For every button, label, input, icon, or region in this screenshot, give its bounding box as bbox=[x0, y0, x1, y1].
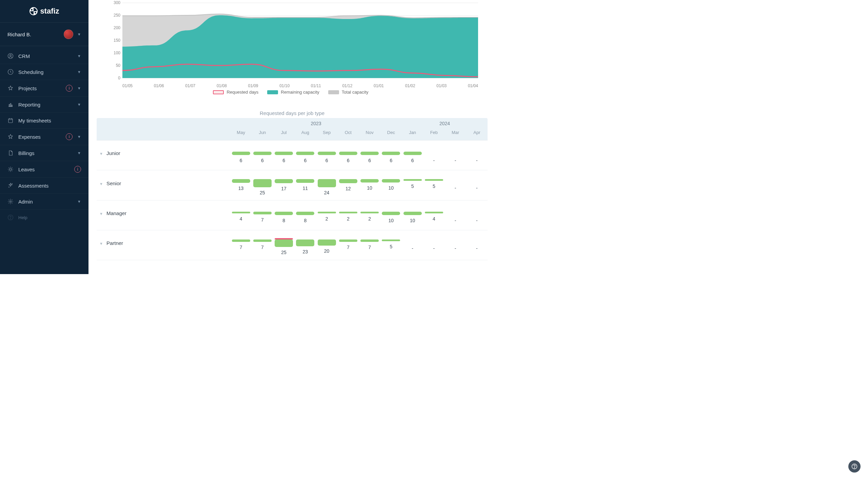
table-row: ▼Senior132517112412101055-- bbox=[97, 170, 488, 200]
year-header: 2023 bbox=[230, 121, 402, 126]
cell-value: 2 bbox=[326, 216, 328, 222]
data-cell: 10 bbox=[380, 179, 402, 195]
sidebar-item-admin[interactable]: Admin▼ bbox=[0, 194, 88, 210]
table-title: Requested days per job type bbox=[97, 110, 488, 116]
data-cell: 20 bbox=[316, 239, 337, 255]
svg-rect-9 bbox=[8, 119, 13, 123]
calendar-icon bbox=[7, 117, 14, 123]
cell-value: - bbox=[455, 158, 456, 163]
bar-icon bbox=[318, 152, 336, 155]
data-cell: - bbox=[445, 179, 466, 195]
table-row: ▼Junior666666666--- bbox=[97, 140, 488, 170]
y-tick-label: 0 bbox=[109, 76, 120, 80]
data-cell: 11 bbox=[295, 179, 316, 195]
x-tick-label: 01/10 bbox=[279, 83, 290, 88]
year-header: 2024 bbox=[402, 121, 488, 126]
bar-icon bbox=[360, 179, 379, 183]
table-header: 2023 2024 MayJunJulAugSepOctNovDecJanFeb… bbox=[97, 118, 488, 140]
cell-value: 5 bbox=[433, 184, 435, 189]
expand-toggle-icon[interactable]: ▼ bbox=[99, 240, 103, 246]
table-row: ▼Manager478822210104-- bbox=[97, 200, 488, 230]
row-name: Junior bbox=[106, 150, 120, 156]
data-cell: 6 bbox=[295, 152, 316, 163]
data-cell: - bbox=[423, 152, 445, 163]
sidebar-item-projects[interactable]: Projectsi▼ bbox=[0, 80, 88, 97]
sun-icon bbox=[7, 166, 14, 172]
sidebar-item-crm[interactable]: CRM▼ bbox=[0, 48, 88, 64]
svg-point-1 bbox=[31, 9, 33, 11]
x-tick-label: 01/05 bbox=[122, 83, 133, 88]
data-cell: 6 bbox=[316, 152, 337, 163]
data-cell: 6 bbox=[252, 152, 273, 163]
bar-icon bbox=[403, 212, 422, 215]
y-tick-label: 150 bbox=[109, 38, 120, 43]
swatch-requested-icon bbox=[213, 90, 224, 94]
expand-toggle-icon[interactable]: ▼ bbox=[99, 180, 103, 186]
data-cell: 4 bbox=[230, 212, 252, 223]
main-content: 050100150200250300 01/0501/0601/0701/080… bbox=[88, 0, 496, 274]
user-menu[interactable]: Richard B. ▼ bbox=[0, 23, 88, 46]
data-cell: 25 bbox=[273, 239, 295, 255]
cell-value: - bbox=[476, 185, 478, 191]
bar-icon bbox=[382, 239, 400, 241]
document-icon bbox=[7, 150, 14, 156]
month-header: Apr bbox=[466, 129, 488, 140]
sidebar-item-reporting[interactable]: Reporting▼ bbox=[0, 97, 88, 113]
bar-icon bbox=[296, 152, 314, 155]
data-cell: 10 bbox=[380, 212, 402, 223]
cell-value: 23 bbox=[303, 249, 308, 254]
y-tick-label: 300 bbox=[109, 0, 120, 5]
x-tick-label: 01/07 bbox=[185, 83, 195, 88]
data-cell: 23 bbox=[295, 239, 316, 255]
month-header: Nov bbox=[359, 129, 380, 140]
bar-icon bbox=[232, 212, 250, 213]
cell-value: - bbox=[476, 246, 478, 251]
sidebar-item-label: Assessments bbox=[18, 183, 81, 189]
expand-toggle-icon[interactable]: ▼ bbox=[99, 210, 103, 216]
bar-icon bbox=[446, 212, 465, 215]
data-cell: 2 bbox=[337, 212, 359, 223]
row-name: Manager bbox=[106, 210, 126, 216]
bar-icon bbox=[468, 179, 486, 183]
sidebar-item-expenses[interactable]: Expensesi▼ bbox=[0, 129, 88, 145]
x-tick-label: 01/04 bbox=[468, 83, 478, 88]
bar-icon bbox=[275, 212, 293, 215]
logo[interactable]: stafiz bbox=[0, 0, 88, 23]
cell-value: 7 bbox=[261, 245, 264, 250]
sidebar-item-my-timesheets[interactable]: My timesheets bbox=[0, 113, 88, 129]
star-icon bbox=[7, 134, 14, 140]
cell-value: 6 bbox=[282, 158, 285, 163]
data-cell: - bbox=[445, 239, 466, 255]
sidebar-item-leaves[interactable]: Leavesi bbox=[0, 161, 88, 178]
bar-icon bbox=[232, 179, 250, 183]
sidebar-item-label: Billings bbox=[18, 150, 73, 156]
month-header: Jan bbox=[402, 129, 423, 140]
bar-icon bbox=[403, 239, 422, 243]
cell-value: - bbox=[455, 246, 456, 251]
sidebar-item-billings[interactable]: Billings▼ bbox=[0, 145, 88, 161]
swatch-remaining-icon bbox=[267, 90, 278, 94]
data-cell: 25 bbox=[252, 179, 273, 195]
x-tick-label: 01/03 bbox=[436, 83, 447, 88]
bar-icon bbox=[232, 152, 250, 155]
bar-icon bbox=[253, 179, 272, 187]
month-header: Oct bbox=[337, 129, 359, 140]
gear-icon bbox=[7, 198, 14, 205]
bar-icon bbox=[275, 179, 293, 183]
cell-value: 6 bbox=[411, 158, 414, 163]
legend-label: Requested days bbox=[226, 90, 258, 95]
sidebar-item-assessments[interactable]: Assessments bbox=[0, 178, 88, 194]
cell-value: 10 bbox=[389, 185, 394, 191]
data-cell: 6 bbox=[337, 152, 359, 163]
month-header: Dec bbox=[380, 129, 402, 140]
legend-remaining: Remaining capacity bbox=[267, 90, 319, 95]
bar-icon bbox=[275, 152, 293, 155]
help-icon bbox=[7, 214, 14, 220]
sidebar-help[interactable]: Help bbox=[0, 210, 88, 225]
sidebar-item-scheduling[interactable]: Scheduling▼ bbox=[0, 64, 88, 80]
bar-icon bbox=[425, 179, 443, 181]
bar-icon bbox=[296, 212, 314, 215]
month-header: Jul bbox=[273, 129, 295, 140]
data-cell: 7 bbox=[359, 239, 380, 255]
expand-toggle-icon[interactable]: ▼ bbox=[99, 150, 103, 156]
